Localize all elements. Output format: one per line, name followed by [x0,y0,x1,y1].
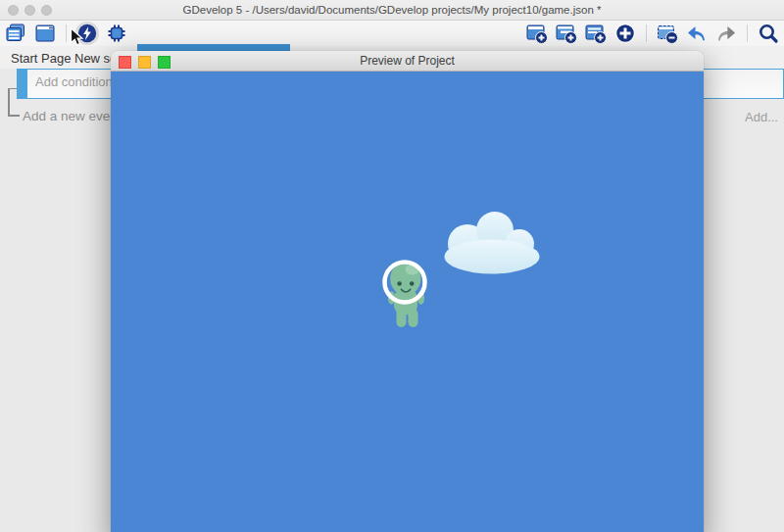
app-toolbar [0,21,784,46]
tab-start-page[interactable]: Start Page [11,46,71,71]
add-comment-button[interactable] [584,22,608,45]
scene-editor-icon [33,22,57,45]
add-more-link[interactable]: Add... [745,110,778,124]
event-tree-line [8,88,10,116]
project-manager-button[interactable] [4,22,27,45]
toolbar-divider [747,24,748,42]
debugger-icon [105,22,128,45]
add-circle-icon [613,22,637,45]
add-comment-icon [584,22,608,45]
preview-window[interactable]: Preview of Project [111,51,704,532]
preview-title: Preview of Project [111,51,704,71]
event-tree-line [8,115,20,117]
toolbar-left-group [4,22,128,45]
add-new-event-button[interactable]: Add a new event [23,109,122,123]
event-selection-bar [18,70,27,98]
add-event-button[interactable] [525,22,549,45]
project-manager-icon [4,22,27,45]
delete-event-button[interactable] [656,22,679,45]
add-condition-link[interactable]: Add condition [35,74,113,89]
scene-editor-button[interactable] [33,22,57,45]
app-titlebar: GDevelop 5 - /Users/david/Documents/GDev… [0,0,784,21]
add-event-icon [525,22,549,45]
search-icon [757,22,780,45]
add-subevent-button[interactable] [555,22,578,45]
add-subevent-icon [555,22,578,45]
add-more-button[interactable] [613,22,637,45]
undo-button[interactable] [685,22,709,45]
toolbar-divider [66,24,67,42]
app-title: GDevelop 5 - /Users/david/Documents/GDev… [0,0,784,20]
toolbar-right-group [525,22,780,45]
search-button[interactable] [757,22,780,45]
preview-titlebar[interactable]: Preview of Project [111,51,704,72]
active-tab-indicator [137,44,290,51]
cloud-object [445,212,540,274]
mouse-cursor [70,27,85,47]
gdevelop-app-window: GDevelop 5 - /Users/david/Documents/GDev… [0,0,784,532]
redo-icon [714,22,738,45]
debugger-button[interactable] [105,22,128,45]
delete-event-icon [656,22,679,45]
redo-button[interactable] [714,22,738,45]
game-scene [111,72,704,532]
toolbar-divider [646,24,647,42]
game-viewport[interactable] [111,72,704,532]
undo-icon [685,22,709,45]
